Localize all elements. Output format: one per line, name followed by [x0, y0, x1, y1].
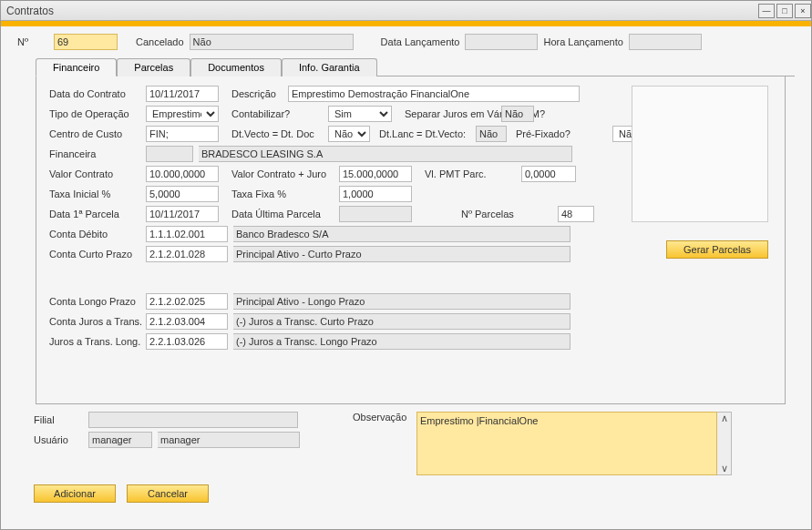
juros-tl-desc: (-) Juros a Transc. Longo Prazo: [233, 333, 570, 350]
contabilizar-select[interactable]: Sim: [328, 106, 392, 122]
conta-cp-label: Conta Curto Prazo: [49, 249, 140, 260]
window-title: Contratos: [6, 5, 756, 17]
conta-deb-input[interactable]: [146, 226, 228, 242]
vlpmt-label: Vl. PMT Parc.: [425, 168, 516, 179]
tab-info-garantia[interactable]: Info. Garantia: [282, 58, 377, 76]
gerar-parcelas-button[interactable]: Gerar Parcelas: [666, 240, 768, 259]
conta-lp-desc: Principal Ativo - Longo Prazo: [233, 293, 570, 310]
filial-label: Filial: [34, 414, 83, 425]
minimize-button[interactable]: —: [758, 4, 775, 18]
taxaini-label: Taxa Inicial %: [49, 189, 140, 199]
window-frame: Contratos — □ × Nº Cancelado Data Lançam…: [0, 0, 812, 530]
adicionar-button[interactable]: Adicionar: [34, 484, 116, 503]
descricao-input[interactable]: [288, 86, 580, 102]
dataup-input[interactable]: [339, 206, 412, 222]
dtlanc-label: Dt.Lanc = Dt.Vecto:: [379, 128, 470, 139]
data-contrato-input[interactable]: [146, 86, 219, 102]
tab-financeiro[interactable]: Financeiro: [36, 58, 117, 76]
usuario-label: Usuário: [34, 434, 83, 445]
centro-label: Centro de Custo: [49, 128, 140, 139]
separar-label: Separar Juros em Vários LCM?: [405, 108, 496, 119]
financeira-label: Financeira: [49, 148, 140, 159]
close-button[interactable]: ×: [795, 4, 811, 18]
conta-lp-input[interactable]: [146, 293, 228, 310]
horalanc-label: Hora Lançamento: [543, 36, 622, 47]
taxaini-input[interactable]: [146, 186, 219, 202]
conta-lp-label: Conta Longo Prazo: [49, 296, 140, 307]
cancelado-label: Cancelado: [136, 36, 184, 47]
num-input[interactable]: [54, 34, 118, 50]
datalanc-input[interactable]: [465, 34, 538, 50]
image-placeholder: [632, 86, 768, 222]
dataup-label: Data Última Parcela: [231, 209, 334, 219]
obs-scrollbar[interactable]: ∧∨: [717, 412, 732, 475]
valor-juro-label: Valor Contrato + Juro: [231, 168, 334, 179]
usuario-code-input[interactable]: [88, 432, 152, 448]
obs-label: Observação: [353, 412, 416, 475]
separar-input[interactable]: [501, 106, 534, 122]
juros-tl-input[interactable]: [146, 333, 228, 350]
data-contrato-label: Data do Contrato: [49, 88, 140, 99]
vlpmt-input[interactable]: [521, 166, 576, 182]
num-label: Nº: [17, 36, 48, 47]
datalanc-label: Data Lançamento: [381, 36, 460, 47]
contabilizar-label: Contabilizar?: [231, 108, 323, 119]
financeira-code-input[interactable]: [146, 146, 193, 162]
prefixado-label: Pré-Fixado?: [516, 128, 607, 139]
dtlanc-input[interactable]: [476, 126, 507, 142]
data1p-input[interactable]: [146, 206, 219, 222]
filial-input[interactable]: [88, 412, 298, 428]
conta-deb-desc: Banco Bradesco S/A: [233, 226, 570, 242]
tab-strip: Financeiro Parcelas Documentos Info. Gar…: [36, 57, 795, 76]
valor-juro-input[interactable]: [339, 166, 412, 182]
npar-input[interactable]: [558, 206, 594, 222]
taxafixa-input[interactable]: [339, 186, 412, 202]
npar-label: Nº Parcelas: [461, 209, 552, 219]
tipo-op-select[interactable]: Emprestimo: [146, 106, 219, 122]
conta-jt-desc: (-) Juros a Transc. Curto Prazo: [233, 313, 570, 330]
conta-jt-label: Conta Juros a Trans.: [49, 316, 140, 327]
tipo-op-label: Tipo de Operação: [49, 108, 140, 119]
dtvecto-label: Dt.Vecto = Dt. Doc: [231, 128, 323, 139]
tab-parcelas[interactable]: Parcelas: [117, 58, 190, 76]
titlebar: Contratos — □ ×: [1, 1, 811, 21]
maximize-button[interactable]: □: [776, 4, 793, 18]
conta-cp-input[interactable]: [146, 246, 228, 262]
obs-textarea[interactable]: [416, 412, 717, 475]
centro-input[interactable]: [146, 126, 219, 142]
financeira-desc: BRADESCO LEASING S.A: [199, 146, 572, 162]
juros-tl-label: Juros a Trans. Long.: [49, 336, 140, 347]
data1p-label: Data 1ª Parcela: [49, 209, 140, 219]
descricao-label: Descrição: [231, 88, 283, 99]
taxafixa-label: Taxa Fixa %: [231, 189, 334, 199]
tab-documentos[interactable]: Documentos: [190, 58, 282, 76]
conta-jt-input[interactable]: [146, 313, 228, 330]
conta-deb-label: Conta Débito: [49, 229, 140, 240]
valor-contrato-input[interactable]: [146, 166, 219, 182]
cancelado-input[interactable]: [190, 34, 354, 50]
conta-cp-desc: Principal Ativo - Curto Prazo: [233, 246, 570, 262]
cancelar-button[interactable]: Cancelar: [127, 484, 209, 503]
dtvecto-select[interactable]: Não: [328, 126, 370, 142]
usuario-name-input[interactable]: [158, 432, 300, 448]
horalanc-input[interactable]: [629, 34, 702, 50]
valor-contrato-label: Valor Contrato: [49, 168, 140, 179]
financeiro-panel: Data do Contrato Descrição Tipo de Opera…: [36, 76, 786, 404]
